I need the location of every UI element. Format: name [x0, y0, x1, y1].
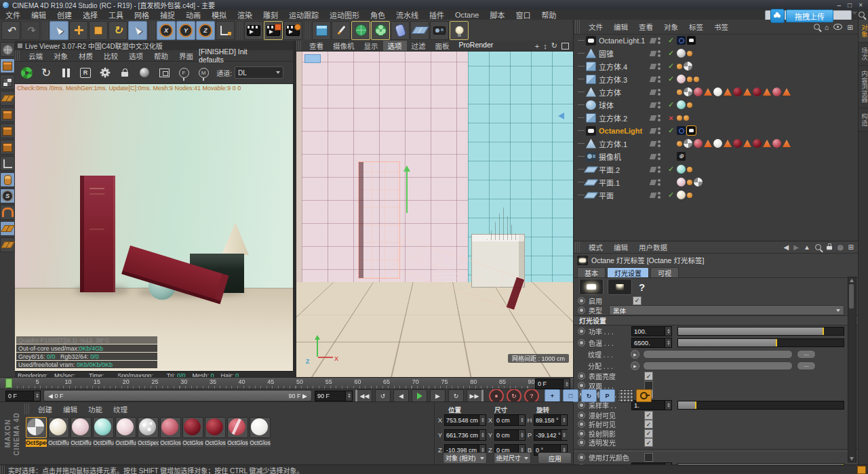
object-name[interactable]: 平面.1	[599, 177, 650, 188]
dot-tag[interactable]	[677, 141, 682, 146]
undo-icon[interactable]	[1, 21, 20, 40]
light-icon[interactable]	[450, 21, 469, 40]
dot-tag[interactable]	[687, 102, 692, 108]
material-preview[interactable]	[205, 417, 226, 438]
material-preview[interactable]	[26, 417, 47, 438]
panel-grip[interactable]	[575, 20, 580, 34]
menubar-item[interactable]: 渲染	[232, 9, 258, 20]
mat-cream-tag[interactable]	[677, 191, 686, 199]
render-picture-viewer-icon[interactable]	[264, 21, 283, 40]
enable-checkbox[interactable]: ✓	[633, 296, 642, 305]
material-label[interactable]: OctGlos	[160, 439, 181, 447]
slider[interactable]	[677, 338, 844, 347]
oct-light-tag[interactable]	[677, 126, 686, 135]
visibility-toggles[interactable]	[650, 37, 667, 44]
dot-tag[interactable]	[687, 180, 692, 185]
attribute-tab[interactable]: 基本	[577, 267, 606, 277]
object-row[interactable]: 立方体.2 ×	[574, 111, 858, 124]
object-name[interactable]: 摄像机	[599, 151, 650, 162]
search-icon[interactable]	[859, 12, 865, 18]
enable-state[interactable]: ✓	[667, 126, 675, 135]
material-label[interactable]: OctGlos	[205, 439, 226, 447]
object-name[interactable]: 平面	[599, 190, 650, 201]
live-viewer-menu-item[interactable]: 对象	[48, 51, 73, 61]
menubar-item[interactable]: 文件	[0, 9, 26, 20]
object-manager-menu-item[interactable]: 对象	[658, 22, 684, 32]
dock-tab-0[interactable]: 对象	[859, 20, 868, 43]
add-view-icon[interactable]: ⊞	[847, 23, 853, 31]
object-name[interactable]: 平面.2	[599, 164, 650, 175]
light-rect-tag[interactable]	[687, 36, 696, 45]
frame-field[interactable]: 0 F	[535, 378, 570, 389]
dot-tag[interactable]	[687, 167, 692, 172]
pause-icon[interactable]	[58, 65, 73, 80]
material-pick-icon[interactable]: M	[196, 65, 211, 80]
visibility-toggles[interactable]	[650, 115, 667, 121]
material-item[interactable]: OctGlos	[227, 417, 248, 447]
radio-icon[interactable]	[578, 372, 585, 380]
viewport-menu-item[interactable]: 面板	[431, 41, 454, 51]
rot-h-field[interactable]: 89.158 °	[534, 414, 568, 426]
visibility-toggles[interactable]	[650, 50, 667, 57]
material-menu-item[interactable]: 创建	[33, 404, 58, 414]
mat-red-tag[interactable]	[772, 87, 781, 96]
mat-darkred-tag[interactable]	[733, 139, 742, 148]
visibility-toggles[interactable]	[650, 102, 667, 108]
enable-state[interactable]: ✓	[667, 191, 675, 199]
mat-red-tag[interactable]	[694, 139, 703, 148]
object-name[interactable]: 圆锥	[599, 48, 650, 59]
tri-tag[interactable]	[724, 88, 732, 96]
menubar-item[interactable]: 捕捉	[155, 9, 180, 20]
menubar-item[interactable]: 选择	[77, 9, 103, 20]
menubar-item[interactable]: 窗口	[510, 9, 536, 20]
material-label[interactable]: OctGlos	[250, 439, 271, 447]
object-row[interactable]: 球体 ✓	[574, 98, 858, 111]
viewport-menu-item[interactable]: 查看	[304, 41, 328, 51]
object-row[interactable]: 摄像机	[574, 150, 858, 163]
enable-state[interactable]: ×	[667, 114, 675, 122]
visibility-toggles[interactable]	[650, 63, 667, 70]
help-button[interactable]: ?	[639, 281, 645, 293]
playhead[interactable]	[5, 378, 12, 388]
deformer-icon[interactable]	[391, 21, 410, 40]
workplane-mode-icon[interactable]	[0, 237, 15, 252]
maximize-icon[interactable]	[561, 43, 569, 50]
tri-tag[interactable]	[763, 140, 771, 147]
coord-system-icon[interactable]	[216, 21, 235, 40]
mat-checker-tag[interactable]	[694, 178, 703, 186]
panel-grip[interactable]	[575, 241, 580, 253]
channel-dropdown[interactable]: DL	[235, 66, 283, 79]
scroll-down-icon[interactable]	[850, 457, 854, 460]
object-name[interactable]: 立方体.1	[599, 138, 650, 149]
mat-darkred-tag[interactable]	[733, 87, 742, 96]
menubar-item[interactable]: 模拟	[206, 9, 232, 20]
enable-state[interactable]: ✓	[667, 49, 675, 58]
light-rect-sel-tag[interactable]	[687, 126, 696, 135]
pan-icon[interactable]: +	[535, 42, 539, 50]
mat-checker-tag[interactable]	[684, 139, 692, 148]
enable-state[interactable]: ✓	[667, 100, 675, 109]
render-settings-icon[interactable]	[283, 21, 302, 40]
object-row[interactable]: OctaneLight ✓	[574, 124, 858, 137]
dolly-icon[interactable]: ↕	[543, 42, 547, 50]
object-row[interactable]: 平面.1	[574, 176, 858, 189]
mat-white-tag[interactable]	[713, 139, 722, 148]
object-name[interactable]: OctaneLight	[599, 127, 650, 135]
menubar-item[interactable]: 插件	[424, 9, 450, 20]
mat-pink-tag[interactable]	[677, 75, 686, 83]
refresh-icon[interactable]	[39, 65, 54, 80]
tri-tag[interactable]	[743, 140, 751, 147]
material-item[interactable]: OctGlos	[205, 417, 226, 447]
menubar-item[interactable]: Octane	[450, 11, 484, 19]
material-label[interactable]: OctDiffu	[115, 439, 136, 447]
slider[interactable]	[677, 327, 844, 336]
texture-mode-icon[interactable]	[0, 75, 15, 90]
material-preview[interactable]	[71, 417, 92, 438]
object-name[interactable]: OctaneLight.1	[599, 37, 650, 45]
live-viewer-menu-item[interactable]: 比较	[98, 51, 123, 61]
eye-icon[interactable]	[833, 24, 842, 30]
material-preview[interactable]	[250, 417, 271, 438]
dot-tag[interactable]	[677, 115, 682, 121]
texture-field[interactable]	[643, 350, 793, 359]
radio-icon[interactable]	[578, 328, 585, 335]
